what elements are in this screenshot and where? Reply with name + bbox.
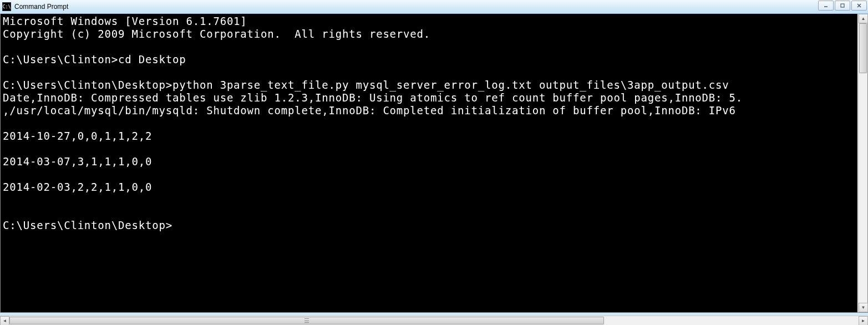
maximize-button[interactable]: [835, 1, 850, 11]
window-title: Command Prompt: [14, 3, 68, 11]
terminal-output[interactable]: Microsoft Windows [Version 6.1.7601] Cop…: [1, 14, 857, 312]
scroll-right-button[interactable]: ►: [859, 316, 868, 325]
horizontal-scrollbar[interactable]: ◄ ►: [0, 316, 868, 325]
vertical-scroll-thumb[interactable]: [859, 23, 867, 73]
window-controls: [818, 1, 867, 11]
app-icon: C:\: [2, 2, 11, 11]
close-button[interactable]: [851, 1, 867, 11]
terminal-area: Microsoft Windows [Version 6.1.7601] Cop…: [0, 14, 868, 313]
horizontal-scroll-thumb[interactable]: [9, 317, 604, 324]
vertical-scroll-track[interactable]: [859, 23, 867, 303]
vertical-scrollbar[interactable]: ▲ ▼: [858, 14, 867, 312]
svg-rect-1: [841, 4, 844, 7]
scroll-up-button[interactable]: ▲: [859, 14, 868, 23]
minimize-button[interactable]: [818, 1, 834, 11]
scroll-left-button[interactable]: ◄: [0, 316, 9, 325]
titlebar[interactable]: C:\ Command Prompt: [0, 0, 868, 14]
horizontal-scroll-track[interactable]: [9, 316, 859, 325]
scroll-down-button[interactable]: ▼: [859, 303, 868, 312]
